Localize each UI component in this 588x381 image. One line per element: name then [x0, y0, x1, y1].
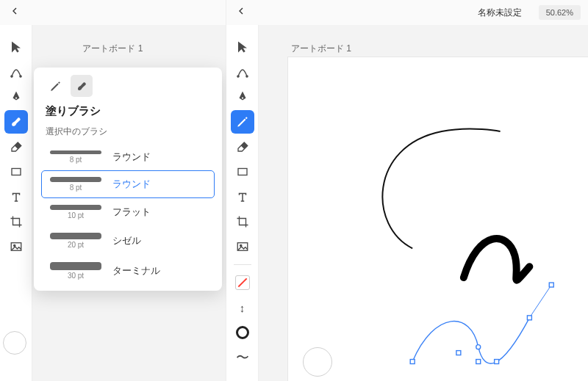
brush-preview: 30 pt: [49, 262, 102, 280]
brush-list: 8 pt ラウンド 8 pt ラウンド 10 pt フラット: [41, 144, 215, 286]
pencil-tab[interactable]: [44, 75, 66, 97]
right-canvas-area: アートボード 1: [259, 25, 588, 381]
right-pane: 名称未設定 50.62% 〜 アートボード 1: [226, 0, 588, 381]
artboard-label: アートボード 1: [82, 43, 143, 55]
eraser-tool[interactable]: [231, 135, 254, 159]
back-button[interactable]: [235, 5, 247, 21]
selection-tool[interactable]: [4, 35, 28, 59]
brush-size: 30 pt: [68, 272, 84, 280]
brush-row[interactable]: 30 pt ターミナル: [41, 255, 215, 286]
rectangle-tool[interactable]: [231, 160, 254, 184]
arrows-vertical-icon[interactable]: [231, 296, 254, 319]
svg-point-19: [476, 345, 481, 349]
stroke-sample-icon: [50, 177, 101, 182]
document-title: 名称未設定: [478, 7, 522, 19]
artwork: [288, 57, 588, 381]
blob-brush-tool[interactable]: [4, 110, 28, 134]
zoom-level[interactable]: 50.62%: [539, 5, 581, 20]
brush-size: 10 pt: [68, 211, 84, 219]
ring-icon[interactable]: [231, 321, 254, 344]
stroke-sample-icon: [50, 233, 101, 239]
stroke-sample-icon: [50, 205, 101, 210]
brush-popover: 塗りブラシ 選択中のブラシ 8 pt ラウンド 8 pt ラウンド: [34, 68, 222, 291]
left-pane: アートボード 1 塗りブラシ 選択中のブラシ 8 pt: [0, 0, 226, 381]
brush-name: ラウンド: [112, 150, 151, 164]
svg-point-8: [241, 97, 243, 98]
svg-point-0: [10, 76, 12, 77]
brush-name: フラット: [112, 206, 151, 219]
fab-circle[interactable]: [303, 347, 332, 377]
brush-size: 8 pt: [70, 156, 82, 164]
popover-subtitle: 選択中のブラシ: [41, 126, 215, 144]
brush-preview: 20 pt: [49, 233, 102, 249]
tilde-icon[interactable]: 〜: [231, 346, 254, 369]
brush-preview: 8 pt: [49, 150, 102, 164]
svg-point-2: [15, 97, 16, 98]
rectangle-tool[interactable]: [4, 160, 28, 184]
right-topbar: 名称未設定 50.62%: [226, 0, 588, 25]
brush-row[interactable]: 10 pt フラット: [41, 198, 215, 226]
brush-row[interactable]: 8 pt ラウンド: [41, 144, 215, 170]
blob-brush-tab[interactable]: [71, 75, 93, 97]
brush-name: シゼル: [112, 234, 141, 247]
svg-rect-15: [476, 360, 481, 364]
type-tool[interactable]: [231, 185, 254, 208]
left-topbar: [0, 0, 226, 25]
stroke-sample-icon: [50, 262, 101, 270]
brush-row[interactable]: 8 pt ラウンド: [41, 170, 215, 198]
svg-rect-18: [549, 283, 553, 287]
svg-rect-16: [495, 360, 499, 364]
svg-rect-13: [410, 360, 415, 364]
stroke-sample-icon: [50, 150, 101, 154]
brush-preview: 8 pt: [49, 177, 102, 192]
svg-rect-3: [12, 169, 21, 175]
crop-tool[interactable]: [4, 210, 28, 233]
back-button[interactable]: [9, 5, 21, 21]
image-tool[interactable]: [231, 235, 254, 258]
fab-circle[interactable]: [3, 331, 26, 355]
pen-curvature-tool[interactable]: [231, 60, 254, 84]
pen-tool[interactable]: [231, 85, 254, 109]
brush-size: 20 pt: [68, 241, 84, 249]
image-tool[interactable]: [4, 235, 28, 258]
pencil-tool[interactable]: [231, 110, 254, 134]
pen-tool[interactable]: [4, 85, 28, 109]
svg-point-6: [237, 76, 238, 77]
svg-rect-9: [238, 169, 247, 175]
svg-rect-14: [456, 351, 461, 355]
brush-size: 8 pt: [70, 184, 82, 192]
svg-point-1: [19, 76, 21, 77]
artboard-label: アートボード 1: [291, 43, 351, 55]
right-toolbar: 〜: [226, 25, 259, 381]
eraser-tool[interactable]: [4, 135, 28, 159]
pen-curvature-tool[interactable]: [4, 60, 28, 84]
popover-title: 塗りブラシ: [41, 104, 215, 126]
artboard-surface[interactable]: [288, 57, 588, 381]
svg-rect-17: [527, 316, 531, 320]
brush-name: ターミナル: [112, 264, 160, 277]
brush-name: ラウンド: [112, 178, 151, 191]
left-toolbar: [0, 25, 32, 381]
selection-tool[interactable]: [231, 35, 254, 59]
toolbar-separator: [234, 264, 251, 265]
brush-preview: 10 pt: [49, 205, 102, 219]
crop-tool[interactable]: [231, 210, 254, 233]
brush-row[interactable]: 20 pt シゼル: [41, 226, 215, 255]
svg-line-12: [529, 285, 551, 318]
svg-point-7: [245, 76, 247, 77]
popover-tabs: [41, 75, 215, 97]
stroke-swatch[interactable]: [231, 271, 254, 294]
type-tool[interactable]: [4, 185, 28, 208]
